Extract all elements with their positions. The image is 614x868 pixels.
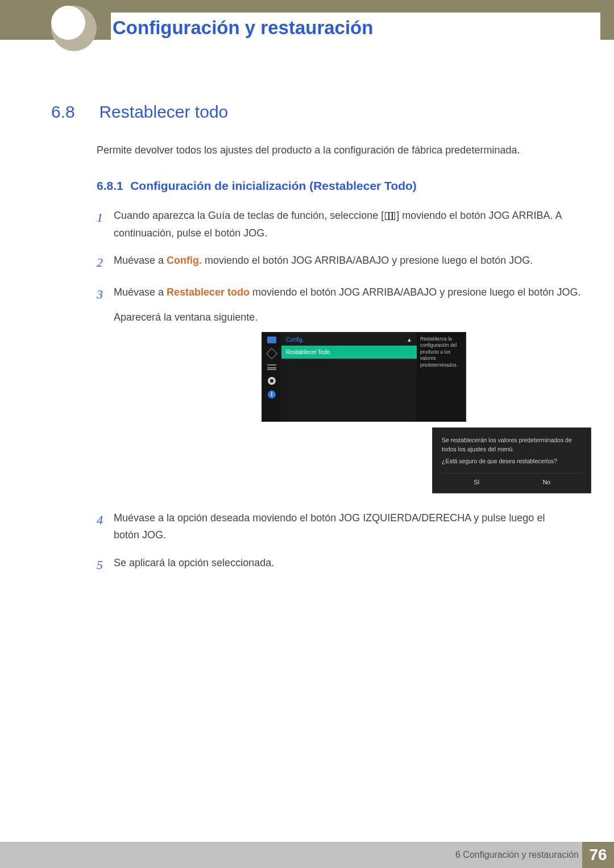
osd-main: Config. ▲ Restablecer Todo — [281, 333, 417, 421]
footer-page-number: 76 — [582, 842, 614, 868]
osd-reset-dialog: Se restablecerán los valores predetermin… — [432, 427, 591, 493]
osd-menu: i Config. ▲ Restablecer Todo Restablezca… — [262, 332, 466, 422]
step-number: 1 — [97, 207, 114, 242]
subsection-number: 6.8.1 — [97, 179, 123, 192]
osd-figure: i Config. ▲ Restablecer Todo Restablezca… — [262, 332, 591, 493]
step-text: Aparecerá la ventana siguiente. — [114, 312, 258, 323]
step-body: Muévase a la opción deseada moviendo el … — [114, 509, 563, 544]
step-text: Cuando aparezca la Guía de teclas de fun… — [114, 210, 384, 221]
step-number: 2 — [97, 252, 114, 273]
dialog-message-2: ¿Está seguro de que desea restablecerlos… — [442, 457, 582, 466]
list-icon — [267, 363, 277, 371]
step-body: Muévase a Restablecer todo moviendo el b… — [114, 284, 591, 499]
subsection-title: Configuración de inicialización (Restabl… — [130, 179, 417, 192]
keyword-reset-all: Restablecer todo — [167, 286, 250, 298]
page-content: 6.8 Restablecer todo Permite devolver to… — [51, 102, 563, 585]
dialog-no-button[interactable]: No — [512, 478, 582, 487]
step-text: Muévase a — [114, 255, 167, 266]
osd-body-empty — [281, 359, 417, 421]
page-footer: 6 Configuración y restauración 76 — [0, 842, 614, 868]
step-body: Cuando aparezca la Guía de teclas de fun… — [114, 207, 563, 242]
dialog-yes-button[interactable]: Sí — [442, 478, 512, 487]
step-1: 1 Cuando aparezca la Guía de teclas de f… — [97, 207, 563, 242]
osd-selected-item: Restablecer Todo — [281, 346, 417, 359]
step-number: 3 — [97, 284, 114, 499]
chapter-title: Configuración y restauración — [111, 13, 600, 40]
osd-header: Config. ▲ — [281, 333, 417, 346]
menu-icon — [385, 212, 395, 220]
dialog-buttons: Sí No — [442, 473, 582, 487]
step-text: Muévase a — [114, 286, 167, 298]
section-number: 6.8 — [51, 102, 97, 122]
keyword-config: Config. — [167, 255, 202, 266]
monitor-icon — [267, 336, 277, 344]
subsection-heading: 6.8.1 Configuración de inicialización (R… — [97, 179, 563, 193]
section-intro: Permite devolver todos los ajustes del p… — [97, 144, 563, 156]
step-body: Muévase a Config. moviendo el botón JOG … — [114, 252, 563, 273]
section-title: Restablecer todo — [99, 102, 228, 122]
up-arrow-icon: ▲ — [406, 335, 412, 344]
step-5: 5 Se aplicará la opción seleccionada. — [97, 554, 563, 575]
step-number: 4 — [97, 509, 114, 544]
step-3: 3 Muévase a Restablecer todo moviendo el… — [97, 284, 563, 499]
move-icon — [267, 350, 277, 358]
steps-list: 1 Cuando aparezca la Guía de teclas de f… — [97, 207, 563, 575]
step-number: 5 — [97, 554, 114, 575]
osd-sidebar: i — [262, 333, 281, 421]
step-text: moviendo el botón JOG ARRIBA/ABAJO y pre… — [202, 255, 533, 266]
step-body: Se aplicará la opción seleccionada. — [114, 554, 563, 575]
step-4: 4 Muévase a la opción deseada moviendo e… — [97, 509, 563, 544]
step-text: moviendo el botón JOG ARRIBA/ABAJO y pre… — [250, 286, 580, 298]
chapter-badge — [51, 6, 85, 40]
gear-icon — [267, 377, 277, 385]
osd-header-label: Config. — [286, 335, 304, 344]
osd-help-panel: Restablezca la configuración del product… — [417, 333, 466, 421]
info-icon: i — [267, 391, 277, 398]
footer-chapter-label: 6 Configuración y restauración — [455, 850, 579, 860]
section-heading: 6.8 Restablecer todo — [51, 102, 563, 122]
dialog-message-1: Se restablecerán los valores predetermin… — [442, 436, 582, 454]
step-2: 2 Muévase a Config. moviendo el botón JO… — [97, 252, 563, 273]
